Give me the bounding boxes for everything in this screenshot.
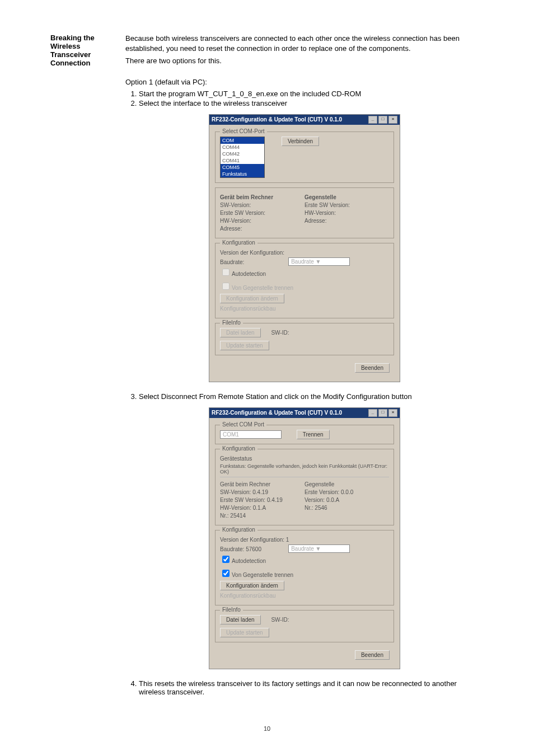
baudrate-dropdown[interactable]: Baudrate ▼ [288, 257, 350, 266]
konf-andern-button-2[interactable]: Konfiguration ändern [220, 581, 284, 590]
col-gegen-label: Gegenstelle [305, 194, 389, 200]
separate-checkbox-2[interactable] [222, 570, 229, 577]
beenden-button[interactable]: Beenden [355, 363, 390, 373]
group-konfig-2: Konfiguration [220, 527, 257, 533]
separate-checkbox[interactable] [222, 283, 229, 290]
autodetection-checkbox[interactable] [222, 269, 229, 276]
group-fileinfo: FileInfo [220, 320, 243, 326]
step-4: This resets the wireless transceiver to … [139, 679, 484, 696]
group-konfiguration: Konfiguration [220, 240, 257, 246]
update-starten-button[interactable]: Update starten [220, 341, 269, 350]
close-icon[interactable]: × [388, 409, 397, 417]
side-heading: Breaking the Wireless Transceiver Connec… [50, 34, 112, 67]
screenshot-window-2: RF232-Configuration & Update Tool (CUT) … [209, 407, 400, 669]
screenshot-window-1: RF232-Configuration & Update Tool (CUT) … [209, 114, 400, 382]
col-geraet-label: Gerät beim Rechner [220, 194, 305, 200]
step-3: Select Disconnect From Remote Station an… [139, 392, 484, 401]
maximize-icon[interactable]: □ [378, 409, 387, 417]
window-title-2: RF232-Configuration & Update Tool (CUT) … [212, 410, 342, 416]
intro-paragraph-1: Because both wireless transceivers are c… [125, 34, 484, 54]
group-select-port: Select COM-Port [220, 128, 267, 134]
col-gegen-label-2: Gegenstelle [305, 481, 389, 487]
datei-laden-button[interactable]: Datei laden [220, 328, 261, 337]
group-select-port-2: Select COM Port [220, 421, 266, 428]
trennen-button[interactable]: Trennen [297, 430, 330, 439]
group-konfiguration-2: Konfiguration [220, 445, 257, 452]
autodetection-checkbox-2[interactable] [222, 556, 229, 563]
step-2: Select the interface to the wireless tra… [139, 99, 484, 107]
group-fileinfo-2: FileInfo [220, 607, 243, 613]
close-icon[interactable]: × [388, 116, 397, 124]
datei-laden-button-2[interactable]: Datei laden [220, 615, 261, 624]
window-title: RF232-Configuration & Update Tool (CUT) … [212, 116, 342, 123]
com-port-dropdown[interactable]: COM COM44 COM42 COM41 COM45 Funkstatus [220, 137, 265, 178]
konf-andern-button[interactable]: Konfiguration ändern [220, 294, 284, 303]
option1-heading: Option 1 (default via PC): [125, 77, 484, 87]
col-geraet-label-2: Gerät beim Rechner [220, 481, 305, 487]
step-1: Start the program WT_CUT_1_0_8_en.exe on… [139, 90, 484, 98]
update-starten-button-2[interactable]: Update starten [220, 628, 269, 637]
intro-paragraph-2: There are two options for this. [125, 56, 484, 66]
minimize-icon[interactable]: _ [368, 116, 377, 124]
verbinden-button[interactable]: Verbinden [282, 137, 319, 146]
page-number: 10 [50, 725, 484, 732]
beenden-button-2[interactable]: Beenden [355, 650, 390, 660]
com-port-dropdown-2[interactable]: COM1 [220, 430, 282, 439]
baudrate-dropdown-2[interactable]: Baudrate ▼ [288, 544, 350, 553]
minimize-icon[interactable]: _ [368, 409, 377, 417]
maximize-icon[interactable]: □ [378, 116, 387, 124]
